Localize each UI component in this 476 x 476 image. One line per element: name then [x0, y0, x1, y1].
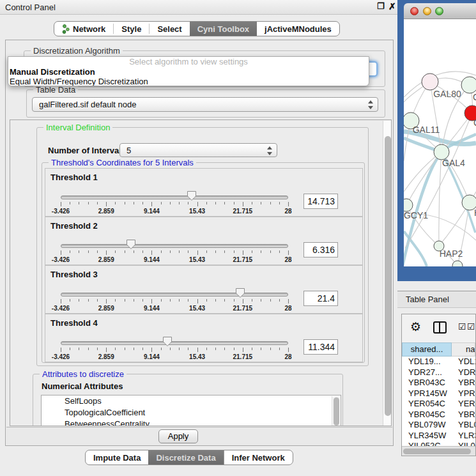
slider-tick — [179, 299, 180, 302]
threshold-slider-thumb[interactable] — [235, 288, 245, 298]
thresholds-group: Threshold's Coordinates for 5 Intervals … — [42, 162, 365, 363]
gear-icon[interactable]: ⚙ — [410, 319, 421, 334]
table-row[interactable]: YPR145WYPR1 — [402, 388, 475, 399]
slider-tick — [234, 202, 234, 204]
cell-name[interactable]: YBR0 — [452, 410, 475, 420]
tab-jactivemnodules[interactable]: jActiveMNodules — [257, 22, 339, 36]
mac-zoom-button[interactable] — [435, 7, 443, 15]
cell-shared-name[interactable]: YBR043C — [402, 378, 452, 388]
slider-tick — [106, 202, 107, 206]
table-row[interactable]: YBL079WYBL0 — [402, 420, 475, 431]
slider-tick-label: 2.859 — [98, 305, 114, 312]
cell-name[interactable]: YBR0 — [452, 378, 475, 388]
slider-tick-label: 15.43 — [189, 256, 205, 263]
cell-name[interactable]: YLR3 — [452, 431, 475, 441]
slider-tick — [115, 250, 116, 253]
cell-shared-name[interactable]: YBR045C — [402, 410, 452, 420]
table-row[interactable]: YLR345WYLR3 — [402, 431, 475, 441]
slider-tick — [215, 202, 216, 204]
slider-tick — [188, 202, 188, 204]
slider-tick — [142, 202, 143, 204]
tab-label: Style — [121, 24, 141, 34]
cell-shared-name[interactable]: YIL052C — [402, 441, 452, 446]
table-data-select[interactable]: galFiltered.sif default node — [32, 97, 378, 112]
dropdown-item-manual[interactable]: Manual Discretization — [8, 67, 369, 77]
threshold-slider-track[interactable] — [61, 293, 288, 296]
tab-network[interactable]: Network — [54, 22, 113, 36]
slider-tick — [215, 299, 216, 302]
cell-shared-name[interactable]: YLR345W — [402, 431, 452, 441]
checkbox-icon[interactable]: ☑ — [467, 321, 475, 332]
threshold-value-field[interactable]: 14.713 — [303, 194, 338, 209]
dropdown-item-equal-width[interactable]: Equal Width/Frequency Discretization — [8, 77, 369, 86]
tab-style[interactable]: Style — [114, 22, 149, 36]
table-horizontal-scrollbar[interactable] — [402, 446, 475, 456]
cell-name[interactable]: YBL0 — [452, 420, 475, 431]
table-row[interactable]: YER054CYER0 — [402, 399, 475, 410]
apply-button[interactable]: Apply — [158, 429, 198, 443]
threshold-value-field[interactable]: 6.316 — [303, 242, 338, 257]
cell-name[interactable]: YDR2 — [452, 367, 475, 378]
attribute-list-item[interactable]: SelfLoops — [42, 395, 341, 407]
bottom-tab-bar: Impute DataDiscretize DataInfer Network — [85, 450, 293, 465]
tab-select[interactable]: Select — [150, 22, 189, 36]
cell-name[interactable]: YIL0 — [452, 441, 475, 446]
table-row[interactable]: YBR045CYBR0 — [402, 410, 475, 420]
list-scrollbar[interactable] — [332, 396, 340, 426]
slider-tick — [134, 348, 134, 350]
threshold-slider-track[interactable] — [61, 244, 288, 248]
slider-tick — [61, 250, 61, 255]
bottom-tab-infer-network[interactable]: Infer Network — [224, 450, 293, 464]
table-data-group: Table Data galFiltered.sif default node — [26, 89, 385, 118]
threshold-slider-thumb[interactable] — [187, 190, 197, 201]
num-intervals-select[interactable]: 5 — [119, 143, 277, 157]
cell-shared-name[interactable]: YDR27... — [402, 367, 452, 378]
cell-shared-name[interactable]: YER054C — [402, 399, 452, 410]
threshold-slider-thumb[interactable] — [126, 239, 136, 250]
threshold-slider-thumb[interactable] — [162, 336, 173, 347]
cell-shared-name[interactable]: YDL19... — [402, 357, 452, 367]
attribute-list-item[interactable]: BetweennessCentrality — [42, 418, 341, 426]
cell-name[interactable]: YDL1 — [452, 357, 475, 367]
slider-tick — [70, 202, 70, 204]
panel-scrollbar[interactable] — [383, 121, 392, 426]
slider-tick-label: 9.144 — [144, 256, 160, 263]
cell-name[interactable]: YPR1 — [452, 388, 475, 399]
column-layout-icon[interactable] — [433, 321, 447, 334]
bottom-tab-discretize-data[interactable]: Discretize Data — [148, 450, 223, 464]
table-row[interactable]: YBR043CYBR0 — [402, 378, 475, 388]
table-row[interactable]: YIL052CYIL0 — [402, 441, 475, 446]
checkbox-icon[interactable]: ☑ — [458, 321, 466, 332]
table-row[interactable]: YDL19...YDL1 — [402, 357, 475, 367]
mac-minimize-button[interactable] — [423, 7, 431, 15]
column-header-name[interactable]: na — [452, 342, 475, 357]
attribute-list-item[interactable]: TopologicalCoefficient — [42, 407, 341, 418]
cell-shared-name[interactable]: YBL079W — [402, 420, 452, 431]
threshold-value-field[interactable]: 21.4 — [303, 291, 338, 306]
slider-tick-label: 21.715 — [233, 208, 253, 215]
network-canvas[interactable]: GAL80GACGAL11GAL4GCY1HHAP2 — [404, 19, 476, 266]
network-node[interactable] — [461, 77, 476, 93]
network-edge[interactable] — [439, 152, 441, 246]
cell-name[interactable]: YER0 — [452, 399, 475, 410]
panel-scrollbar-thumb[interactable] — [385, 136, 391, 416]
table-row[interactable]: YDR27...YDR2 — [402, 367, 475, 378]
network-node[interactable] — [422, 73, 438, 90]
close-icon[interactable]: ✗ — [388, 1, 396, 12]
slider-tick — [161, 348, 162, 350]
slider-tick — [170, 299, 171, 302]
cell-shared-name[interactable]: YPR145W — [402, 388, 452, 399]
network-window-titlebar[interactable] — [404, 3, 476, 19]
threshold-slider-track[interactable] — [61, 196, 288, 199]
mac-close-button[interactable] — [410, 7, 418, 15]
slider-tick — [288, 299, 289, 303]
tab-cyni-toolbox[interactable]: Cyni Toolbox — [190, 22, 257, 36]
network-node[interactable] — [404, 199, 413, 211]
threshold-slider-track[interactable] — [61, 341, 288, 345]
float-window-icon[interactable]: ❐ — [377, 1, 385, 11]
bottom-tab-impute-data[interactable]: Impute Data — [86, 450, 148, 464]
threshold-value-field[interactable]: 11.344 — [303, 339, 338, 355]
slider-tick — [234, 348, 234, 350]
numerical-attributes-list[interactable]: SelfLoopsTopologicalCoefficientBetweenne… — [41, 395, 341, 426]
column-header-shared-name[interactable]: shared... — [402, 342, 452, 357]
